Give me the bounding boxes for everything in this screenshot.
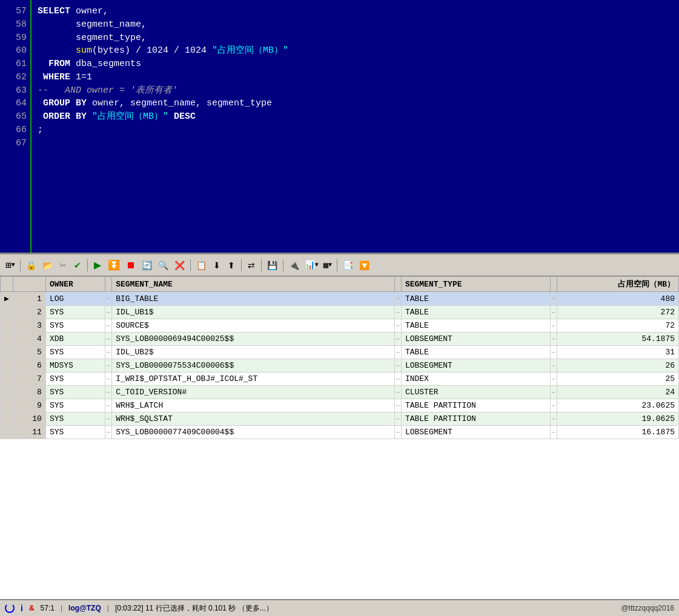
col-trunc-2: ⋯ [394, 359, 401, 373]
chart-dropdown[interactable]: 📊 ▼ [303, 259, 320, 271]
line-number: 63 [5, 84, 27, 98]
row-number: 8 [13, 386, 45, 399]
col-trunc-1: ⋯ [105, 386, 112, 399]
cell-space: 23.0625 [557, 399, 678, 412]
cell-segment-name: SOURCE$ [112, 319, 395, 333]
col-trunc-1: ⋯ [105, 306, 112, 319]
toolbar-sep-7 [337, 259, 337, 271]
save-btn[interactable]: 💾 [265, 258, 280, 273]
cell-segment-type: TABLE PARTITION [401, 412, 550, 426]
toolbar-sep-3 [190, 259, 191, 271]
transfer-btn[interactable]: ⇄ [245, 258, 258, 273]
toolbar-sep-4 [241, 259, 242, 271]
cell-segment-name: WRH$_LATCH [112, 399, 395, 412]
cell-segment-name: SYS_LOB0000069494C00025$$ [112, 333, 395, 346]
cell-space: 72 [557, 319, 678, 333]
col-arrow [1, 277, 13, 292]
row-number: 2 [13, 306, 45, 319]
status-connection: log@TZQ [68, 604, 101, 612]
check-btn[interactable]: ✔ [71, 258, 84, 273]
col-trunc-3: ⋯ [550, 426, 557, 439]
table-row[interactable]: 6MDSYS⋯SYS_LOB0000075534C00006$$⋯LOBSEGM… [1, 359, 679, 373]
toolbar-sep-5 [261, 259, 262, 271]
row-arrow [1, 306, 13, 319]
status-position: 57:1 [41, 604, 55, 612]
refresh-btn[interactable]: 🔄 [139, 258, 154, 273]
table-row[interactable]: 5SYS⋯IDL_UB2$⋯TABLE⋯31 [1, 346, 679, 359]
row-arrow: ▶ [1, 292, 13, 306]
row-arrow [1, 373, 13, 386]
lock-btn[interactable]: 🔒 [24, 258, 39, 273]
table-row[interactable]: ▶1LOG⋯BIG_TABLE⋯TABLE⋯480 [1, 292, 679, 306]
col-trunc-1: ⋯ [105, 426, 112, 439]
col-trunc-3: ⋯ [550, 319, 557, 333]
grid-selector[interactable]: ⊞ ▼ [4, 258, 17, 273]
table-row[interactable]: 7SYS⋯I_WRI$_OPTSTAT_H_OBJ#_ICOL#_ST⋯INDE… [1, 373, 679, 386]
col-trunc-3: ⋯ [550, 373, 557, 386]
code-line: segment_type, [38, 31, 673, 45]
col-trunc-2: ⋯ [394, 306, 401, 319]
copy-btn[interactable]: 📋 [194, 258, 209, 273]
cell-segment-name: WRH$_SQLSTAT [112, 412, 395, 426]
status-user: @tttzzqqqq2018 [621, 604, 674, 612]
cancel-btn[interactable]: ❌ [172, 258, 187, 273]
down-btn[interactable]: ⬇ [210, 258, 224, 273]
code-line: segment_name, [38, 18, 673, 31]
open-btn[interactable]: 📂 [40, 258, 55, 273]
row-arrow [1, 412, 13, 426]
table-row[interactable]: 3SYS⋯SOURCE$⋯TABLE⋯72 [1, 319, 679, 333]
col-trunc-2: ⋯ [394, 399, 401, 412]
line-number: 61 [5, 58, 27, 71]
col-trunc-2: ⋯ [394, 426, 401, 439]
step-btn[interactable]: ⏬ [105, 258, 122, 273]
cut-btn[interactable]: ✂ [56, 258, 70, 273]
col-space[interactable]: 占用空间（MB） [557, 277, 678, 292]
code-line: -- AND owner = '表所有者' [38, 84, 673, 98]
table-row[interactable]: 9SYS⋯WRH$_LATCH⋯TABLE PARTITION⋯23.0625 [1, 399, 679, 412]
cell-owner: LOG [45, 292, 105, 306]
app-window: 5758596061626364656667 SELECT owner, seg… [0, 0, 679, 616]
table-row[interactable]: 2SYS⋯IDL_UB1$⋯TABLE⋯272 [1, 306, 679, 319]
col-owner[interactable]: OWNER [45, 277, 105, 292]
up-btn[interactable]: ⬆ [225, 258, 238, 273]
search-btn[interactable]: 🔍 [156, 258, 171, 273]
run-btn[interactable]: ▶ [91, 258, 104, 273]
col-trunc-2: ⋯ [394, 412, 401, 426]
line-number: 62 [5, 71, 27, 84]
table-row[interactable]: 10SYS⋯WRH$_SQLSTAT⋯TABLE PARTITION⋯19.06… [1, 412, 679, 426]
col-rownum [13, 277, 45, 292]
row-number: 3 [13, 319, 45, 333]
row-number: 1 [13, 292, 45, 306]
cell-segment-type: TABLE PARTITION [401, 399, 550, 412]
col-segment-name[interactable]: SEGMENT_NAME [112, 277, 395, 292]
row-number: 11 [13, 426, 45, 439]
row-arrow [1, 319, 13, 333]
sql-editor[interactable]: 5758596061626364656667 SELECT owner, seg… [0, 0, 679, 254]
filter-btn[interactable]: 🔽 [357, 258, 372, 273]
code-area[interactable]: SELECT owner, segment_name, segment_type… [31, 0, 679, 253]
row-arrow [1, 399, 13, 412]
export-btn[interactable]: 📑 [340, 258, 356, 273]
cell-owner: SYS [45, 386, 105, 399]
line-number: 67 [5, 137, 27, 150]
code-line: ORDER BY "占用空间（MB）" DESC [38, 110, 673, 124]
col-trunc-2: ⋯ [394, 386, 401, 399]
grid-dropdown[interactable]: ▦ ▼ [322, 259, 334, 271]
cell-segment-type: TABLE [401, 306, 550, 319]
table-row[interactable]: 4XDB⋯SYS_LOB0000069494C00025$$⋯LOBSEGMEN… [1, 333, 679, 346]
connect-btn[interactable]: 🔌 [287, 258, 302, 273]
cell-space: 25 [557, 373, 678, 386]
table-row[interactable]: 8SYS⋯C_TOID_VERSION#⋯CLUSTER⋯24 [1, 386, 679, 399]
row-number: 5 [13, 346, 45, 359]
cell-segment-type: LOBSEGMENT [401, 359, 550, 373]
col-trunc-2: ⋯ [394, 333, 401, 346]
col-segment-type[interactable]: SEGMENT_TYPE [401, 277, 550, 292]
cell-segment-type: LOBSEGMENT [401, 333, 550, 346]
stop-btn[interactable]: ⏹ [124, 258, 138, 273]
results-grid[interactable]: OWNER SEGMENT_NAME SEGMENT_TYPE 占用空间（MB）… [0, 276, 679, 599]
cell-segment-name: SYS_LOB0000075534C00006$$ [112, 359, 395, 373]
table-row[interactable]: 11SYS⋯SYS_LOB0000077409C00004$$⋯LOBSEGME… [1, 426, 679, 439]
cell-space: 480 [557, 292, 678, 306]
cell-owner: SYS [45, 346, 105, 359]
code-line: SELECT owner, [38, 5, 673, 18]
